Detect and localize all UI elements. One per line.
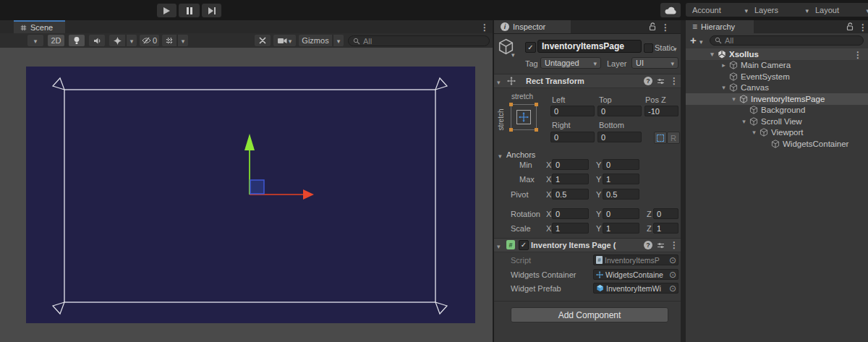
gameobject-icon-dropdown[interactable] — [511, 50, 515, 59]
foldout-arrow[interactable]: ▾ — [739, 118, 749, 125]
scene-search-input[interactable]: All — [348, 35, 490, 46]
static-dropdown[interactable] — [673, 44, 677, 53]
hierarchy-search-input[interactable]: All — [710, 35, 864, 46]
step-button[interactable] — [202, 4, 221, 17]
object-picker-icon[interactable] — [669, 284, 676, 293]
foldout-arrow[interactable]: ▾ — [719, 84, 728, 91]
tab-inspector[interactable]: i Inspector — [494, 20, 571, 33]
foldout-arrow[interactable]: ▾ — [729, 95, 739, 103]
2d-toggle-button[interactable]: 2D — [48, 35, 64, 46]
layers-dropdown[interactable]: Layers — [748, 3, 813, 17]
pivot-y-field[interactable]: 0.5 — [603, 189, 639, 200]
scale-z-field[interactable]: 1 — [653, 223, 678, 234]
anchors-max-x-field[interactable]: 1 — [552, 174, 589, 184]
create-dropdown[interactable] — [699, 37, 703, 46]
gameobject-name-field[interactable] — [537, 40, 642, 53]
hierarchy-menu-icon[interactable] — [859, 22, 867, 33]
hierarchy-item-eventsystem[interactable]: EventSystem — [686, 71, 868, 82]
rotation-x-field[interactable]: 0 — [552, 208, 589, 219]
component-menu-icon[interactable] — [670, 240, 678, 250]
layout-dropdown[interactable]: Layout — [809, 3, 868, 17]
rotation-z-field[interactable]: 0 — [653, 208, 678, 219]
script-component-header[interactable]: # Inventory Items Page ( — [494, 238, 681, 252]
widget-prefab-field[interactable]: InventoryItemWi — [593, 283, 678, 294]
hierarchy-item-main-camera[interactable]: ▸ Main Camera — [686, 60, 868, 72]
active-checkbox[interactable] — [525, 42, 536, 53]
presets-icon[interactable] — [657, 241, 665, 249]
anchors-foldout-arrow[interactable] — [498, 151, 502, 160]
grid-snap-button[interactable] — [162, 35, 176, 46]
account-dropdown[interactable]: Account — [686, 3, 752, 17]
foldout-arrow[interactable] — [497, 241, 501, 250]
posz-field[interactable]: -10 — [644, 106, 678, 116]
hierarchy-item-canvas[interactable]: ▾ Canvas — [686, 82, 868, 94]
static-checkbox[interactable] — [644, 43, 653, 53]
component-menu-icon[interactable] — [670, 76, 678, 86]
object-picker-icon[interactable] — [669, 256, 676, 265]
pane-divider[interactable] — [681, 20, 686, 342]
tools-button[interactable] — [255, 35, 271, 46]
gizmos-button[interactable]: Gizmos — [299, 35, 332, 46]
help-icon[interactable] — [644, 77, 652, 85]
left-field[interactable]: 0 — [550, 106, 595, 116]
foldout-arrow[interactable]: ▾ — [707, 51, 717, 58]
scale-y-field[interactable]: 1 — [603, 223, 639, 234]
hierarchy-item-scroll-view[interactable]: ▾ Scroll View — [686, 116, 868, 127]
foldout-arrow[interactable]: ▸ — [719, 61, 728, 69]
raw-edit-mode-button[interactable]: R — [667, 132, 680, 144]
anchors-min-y-field[interactable]: 0 — [603, 159, 639, 170]
bottom-field[interactable]: 0 — [597, 132, 642, 142]
presets-icon[interactable] — [657, 77, 665, 85]
hierarchy-item-widgetscontainer[interactable]: WidgetsContainer — [686, 138, 868, 150]
blueprint-mode-button[interactable] — [654, 132, 667, 144]
pivot-x-field[interactable]: 0.5 — [552, 189, 589, 200]
scene-visibility-button[interactable]: 0 — [140, 35, 159, 46]
cloud-services-button[interactable] — [660, 3, 681, 17]
rotation-y-field[interactable]: 0 — [603, 208, 639, 219]
anchors-label: Anchors — [506, 150, 535, 159]
hierarchy-item-viewport[interactable]: ▾ Viewport — [686, 127, 868, 139]
scene-menu-icon[interactable] — [854, 50, 862, 60]
hierarchy-item-xsollus[interactable]: ▾ Xsollus — [686, 48, 868, 60]
widgets-container-field[interactable]: WidgetsContaine — [593, 269, 678, 280]
effects-toggle-button[interactable] — [109, 35, 125, 46]
help-icon[interactable] — [644, 241, 652, 249]
hierarchy-item-inventoryitemspage[interactable]: ▾ InventoryItemsPage — [686, 93, 868, 105]
script-object-field[interactable]: # InventoryItemsP — [593, 255, 678, 265]
tab-hierarchy[interactable]: ≡ Hierarchy — [686, 20, 754, 33]
tag-dropdown[interactable]: Untagged — [540, 57, 601, 69]
foldout-arrow[interactable]: ▾ — [749, 129, 759, 136]
top-field[interactable]: 0 — [597, 106, 642, 116]
layer-dropdown[interactable]: UI — [631, 57, 678, 69]
lighting-toggle-button[interactable] — [69, 35, 85, 46]
scene-menu-icon[interactable] — [480, 22, 489, 33]
inspector-menu-icon[interactable] — [661, 22, 670, 33]
gizmos-dropdown[interactable] — [333, 35, 344, 46]
play-button[interactable] — [157, 4, 176, 17]
hierarchy-item-background[interactable]: Background — [686, 105, 868, 116]
pause-button[interactable] — [179, 4, 200, 17]
object-picker-icon[interactable] — [669, 270, 676, 279]
add-component-button[interactable]: Add Component — [511, 307, 668, 322]
foldout-arrow[interactable] — [497, 77, 501, 86]
anchor-preset-button[interactable] — [509, 102, 539, 132]
lock-icon[interactable] — [649, 22, 657, 31]
tab-hierarchy-label: Hierarchy — [701, 22, 735, 31]
create-plus-icon[interactable]: + — [690, 34, 697, 46]
main-toolbar: Account Layers Layout — [0, 0, 868, 21]
right-field[interactable]: 0 — [550, 132, 595, 142]
lock-icon[interactable] — [846, 22, 854, 31]
effects-dropdown[interactable] — [126, 35, 137, 46]
audio-toggle-button[interactable] — [89, 35, 105, 46]
draw-mode-dropdown[interactable] — [27, 35, 43, 46]
grid-snap-dropdown[interactable] — [177, 35, 188, 46]
scene-viewport[interactable] — [0, 48, 493, 342]
anchors-min-x-field[interactable]: 0 — [552, 159, 589, 170]
script-enabled-checkbox[interactable] — [519, 240, 529, 250]
rect-transform-header[interactable]: Rect Transform — [494, 74, 681, 88]
scale-x-field[interactable]: 1 — [552, 223, 589, 234]
gizmo-plane-handle[interactable] — [250, 180, 264, 194]
anchors-max-y-field[interactable]: 1 — [603, 174, 639, 184]
scene-camera-dropdown[interactable] — [273, 35, 296, 46]
tab-scene[interactable]: Scene — [14, 20, 65, 33]
